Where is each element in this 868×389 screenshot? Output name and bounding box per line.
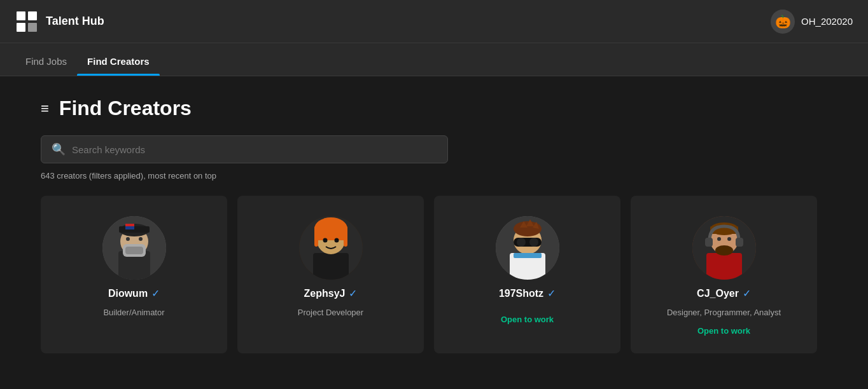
app-title: Talent Hub [46, 15, 104, 28]
open-to-work-cjoyer: Open to work [697, 326, 750, 336]
svg-point-12 [139, 237, 143, 241]
tab-find-creators[interactable]: Find Creators [77, 43, 160, 76]
svg-rect-1 [28, 11, 37, 20]
svg-rect-21 [344, 228, 347, 247]
main-content: ≡ Find Creators 🔍 643 creators (filters … [0, 76, 868, 374]
svg-point-27 [514, 221, 542, 236]
creator-name-cjoyer: CJ_Oyer [697, 288, 739, 299]
header-right: 🎃 OH_202020 [771, 10, 853, 34]
svg-rect-37 [706, 253, 742, 280]
svg-point-45 [727, 237, 731, 241]
page-title: Find Creators [59, 97, 192, 120]
creator-name-row-197shotz: 197Shotz ✓ [499, 287, 556, 299]
creator-name-row-zephsyj: ZephsyJ ✓ [304, 287, 358, 299]
verified-icon-cjoyer: ✓ [743, 287, 751, 299]
search-bar: 🔍 [41, 135, 448, 163]
header-left: Talent Hub [15, 10, 104, 33]
open-to-work-197shotz: Open to work [501, 315, 554, 324]
creator-avatar-diowum [102, 216, 166, 280]
svg-point-23 [334, 238, 339, 243]
user-name: OH_202020 [801, 16, 853, 27]
creator-avatar-197shotz [496, 216, 559, 280]
svg-point-44 [717, 237, 721, 241]
creator-name-zephsyj: ZephsyJ [304, 288, 346, 299]
creator-name-diowum: Diowum [108, 288, 148, 299]
svg-rect-19 [314, 226, 347, 240]
creator-role-zephsyj: Project Developer [298, 307, 363, 318]
creator-name-row-diowum: Diowum ✓ [108, 287, 160, 299]
creator-card-cjoyer[interactable]: CJ_Oyer ✓ Designer, Programmer, Analyst … [631, 196, 817, 353]
svg-rect-20 [314, 228, 318, 247]
creator-avatar-cjoyer [692, 216, 756, 280]
creator-card-diowum[interactable]: Diowum ✓ Builder/Animator [41, 196, 227, 353]
svg-rect-16 [313, 253, 349, 280]
page-header: ≡ Find Creators [41, 97, 827, 120]
svg-rect-3 [28, 23, 37, 32]
svg-point-43 [715, 245, 733, 256]
svg-point-33 [529, 238, 538, 247]
tab-find-jobs[interactable]: Find Jobs [15, 43, 77, 76]
svg-point-32 [517, 238, 526, 247]
verified-icon-197shotz: ✓ [547, 287, 556, 299]
svg-point-22 [323, 238, 327, 243]
svg-rect-42 [736, 238, 743, 247]
creators-grid: Diowum ✓ Builder/Animator [41, 196, 817, 353]
avatar-emoji: 🎃 [775, 14, 791, 29]
logo-icon[interactable] [15, 10, 38, 33]
avatar[interactable]: 🎃 [771, 10, 795, 34]
app-header: Talent Hub 🎃 OH_202020 [0, 0, 868, 43]
svg-rect-2 [17, 23, 25, 32]
svg-rect-0 [17, 11, 25, 20]
search-icon: 🔍 [52, 142, 66, 156]
svg-rect-41 [705, 238, 713, 247]
creator-role-diowum: Builder/Animator [103, 307, 164, 318]
results-count: 643 creators (filters applied), most rec… [41, 171, 827, 181]
svg-rect-8 [125, 247, 143, 254]
creator-card-197shotz[interactable]: 197Shotz ✓ Open to work [434, 196, 620, 353]
svg-point-11 [126, 237, 130, 241]
creator-name-row-cjoyer: CJ_Oyer ✓ [697, 287, 751, 299]
verified-icon-diowum: ✓ [151, 287, 160, 299]
svg-rect-35 [514, 253, 542, 258]
svg-rect-14 [125, 224, 134, 226]
creator-name-197shotz: 197Shotz [499, 288, 543, 299]
creator-card-zephsyj[interactable]: ZephsyJ ✓ Project Developer [237, 196, 424, 353]
search-input[interactable] [72, 144, 437, 155]
verified-icon-zephsyj: ✓ [349, 287, 357, 299]
creator-avatar-zephsyj [299, 216, 363, 280]
nav-tabs: Find Jobs Find Creators [0, 43, 868, 76]
svg-rect-34 [526, 240, 529, 244]
creator-role-cjoyer: Designer, Programmer, Analyst [667, 307, 781, 318]
filter-icon[interactable]: ≡ [41, 100, 49, 117]
